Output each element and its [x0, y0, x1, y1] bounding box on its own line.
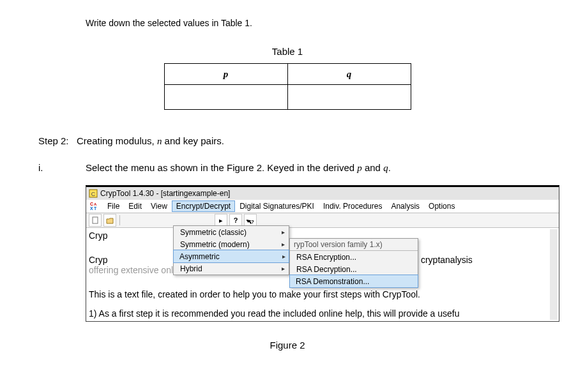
toolbar: ▸ ? ? [86, 213, 559, 228]
sub-i-and: and [362, 162, 383, 173]
submenu-rsa-encryption[interactable]: RSA Encryption... [290, 251, 418, 263]
submenu-rsa-demonstration-label: RSA Demonstration... [296, 277, 369, 286]
chevron-right-icon: ▸ [282, 241, 285, 248]
doc-icon: CAXT [90, 202, 99, 211]
menu-indiv-procedures[interactable]: Indiv. Procedures [319, 200, 387, 212]
submenu-hybrid[interactable]: Hybrid ▸ [174, 262, 289, 275]
menu-edit[interactable]: Edit [124, 200, 146, 212]
sub-i-p: p [357, 163, 362, 173]
encrypt-decrypt-submenu: Symmetric (classic) ▸ Symmetric (modern)… [173, 225, 289, 275]
submenu-rsa-decryption[interactable]: RSA Decryption... [290, 263, 418, 275]
submenu-symmetric-classic[interactable]: Symmetric (classic) ▸ [174, 226, 289, 238]
sub-i-label: i. [38, 162, 72, 174]
sub-i-post: . [388, 162, 391, 173]
app-titlebar: C CrypTool 1.4.30 - [startingexample-en] [86, 187, 559, 200]
toolbar-new-icon[interactable] [89, 214, 102, 227]
menu-analysis[interactable]: Analysis [386, 200, 424, 212]
table1-value-p [164, 85, 287, 110]
doc-fragment-2a: Cryp [89, 255, 108, 265]
menu-view[interactable]: View [146, 200, 172, 212]
table1: p q [164, 63, 411, 110]
table1-header-q: q [287, 64, 411, 85]
mdi-bar: CAXT File Edit View Encrypt/Decrypt Digi… [86, 200, 559, 213]
chevron-right-icon: ▸ [282, 265, 285, 272]
menu-options[interactable]: Options [424, 200, 459, 212]
scrollbar-vertical[interactable] [550, 229, 558, 320]
sub-i-pre: Select the menu as shown in the Figure 2… [86, 162, 357, 173]
submenu-rsa-decryption-label: RSA Decryption... [296, 265, 357, 274]
cryptool-screenshot: C CrypTool 1.4.30 - [startingexample-en]… [86, 185, 559, 322]
submenu-asymmetric[interactable]: Asymmetric ▸ [173, 250, 289, 263]
table1-header-p: p [164, 64, 287, 85]
menu-encrypt-decrypt[interactable]: Encrypt/Decrypt [172, 200, 235, 212]
doc-body-line2: 1) As a first step it is recommended you… [86, 299, 559, 319]
step2-row: Step 2: Creating modulus, n and key pair… [38, 135, 536, 147]
svg-text:T: T [94, 206, 97, 211]
sub-i-row: i. Select the menu as shown in the Figur… [38, 162, 536, 174]
svg-text:C: C [90, 202, 93, 206]
svg-text:X: X [90, 206, 93, 211]
submenu-hybrid-label: Hybrid [180, 264, 202, 273]
submenu-symmetric-modern[interactable]: Symmetric (modern) ▸ [174, 238, 289, 250]
submenu-rsa-demonstration[interactable]: RSA Demonstration... [289, 275, 418, 288]
menubar: File Edit View Encrypt/Decrypt Digital S… [103, 200, 459, 212]
svg-rect-6 [93, 217, 98, 223]
app-title: CrypTool 1.4.30 - [startingexample-en] [100, 189, 230, 198]
asymmetric-submenu: rypTool version family 1.x) RSA Encrypti… [289, 238, 418, 288]
chevron-right-icon: ▸ [282, 253, 285, 260]
table1-caption: Table 1 [38, 46, 536, 57]
app-icon: C [89, 189, 98, 198]
instruction-text: Write down the selected values in Table … [86, 18, 536, 28]
menu-file[interactable]: File [103, 200, 124, 212]
toolbar-separator [119, 215, 120, 225]
chevron-right-icon: ▸ [282, 229, 285, 236]
submenu-symmetric-classic-label: Symmetric (classic) [180, 228, 247, 237]
toolbar-run-icon[interactable]: ▸ [215, 214, 227, 227]
svg-text:C: C [91, 191, 96, 197]
submenu-symmetric-modern-label: Symmetric (modern) [180, 240, 250, 249]
submenu-asymmetric-label: Asymmetric [179, 252, 220, 261]
step2-pre: Creating modulus, [77, 135, 157, 146]
menu-digital-signatures[interactable]: Digital Signatures/PKI [235, 200, 319, 212]
step2-post: and key pairs. [162, 135, 224, 146]
doc-fragment-1: Cryp [89, 230, 108, 241]
step2-text: Creating modulus, n and key pairs. [77, 135, 224, 147]
asymmetric-submenu-covered-text: rypTool version family 1.x) [290, 239, 418, 251]
sub-i-text: Select the menu as shown in the Figure 2… [86, 162, 391, 174]
figure2-caption: Figure 2 [38, 340, 536, 351]
table1-value-q [287, 85, 411, 110]
toolbar-help-icon[interactable]: ? [229, 214, 242, 227]
step2-label: Step 2: [38, 135, 77, 147]
toolbar-open-icon[interactable] [103, 214, 116, 227]
sub-i-q: q [383, 163, 388, 173]
submenu-rsa-encryption-label: RSA Encryption... [296, 253, 356, 262]
svg-text:?: ? [251, 219, 254, 224]
toolbar-whatsthis-icon[interactable]: ? [244, 214, 257, 227]
